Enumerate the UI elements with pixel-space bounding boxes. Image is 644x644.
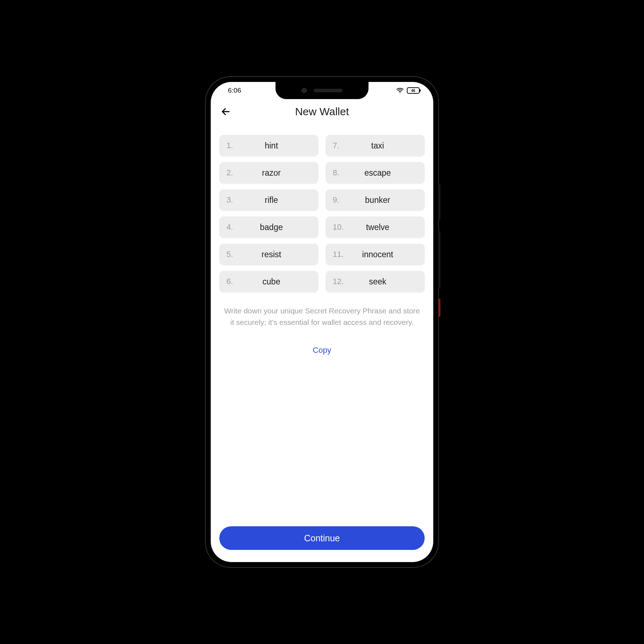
phrase-num: 11. bbox=[333, 250, 348, 259]
phrase-num: 2. bbox=[226, 168, 242, 177]
phrase-item: 7. taxi bbox=[326, 135, 425, 156]
phrase-word: resist bbox=[242, 250, 311, 259]
phrase-item: 10. twelve bbox=[326, 216, 425, 238]
status-right: 46 bbox=[396, 87, 420, 94]
content: 1. hint 7. taxi 2. razor 8. escape 3. bbox=[211, 124, 433, 526]
phrase-word: badge bbox=[242, 223, 311, 232]
phrase-word: cube bbox=[242, 277, 311, 287]
battery-icon: 46 bbox=[407, 87, 420, 94]
phrase-item: 9. bunker bbox=[326, 189, 425, 211]
phrase-item: 1. hint bbox=[219, 135, 318, 156]
screen: 6:06 46 bbox=[211, 82, 433, 562]
phrase-word: bunker bbox=[348, 195, 418, 205]
phrase-word: seek bbox=[348, 277, 418, 287]
phrase-num: 7. bbox=[333, 141, 348, 150]
phrase-num: 10. bbox=[333, 223, 348, 232]
phrase-word: taxi bbox=[348, 141, 418, 151]
phrase-item: 8. escape bbox=[326, 162, 425, 184]
phrase-num: 8. bbox=[333, 168, 348, 177]
phrase-item: 4. badge bbox=[219, 216, 318, 238]
phrase-item: 6. cube bbox=[219, 271, 318, 292]
continue-button[interactable]: Continue bbox=[219, 526, 425, 550]
phone-frame: 6:06 46 bbox=[206, 77, 438, 567]
phrase-num: 3. bbox=[226, 195, 242, 205]
header: New Wallet bbox=[211, 99, 433, 124]
phrase-item: 11. innocent bbox=[326, 244, 425, 265]
phrase-num: 9. bbox=[333, 195, 348, 205]
phrase-word: rifle bbox=[242, 195, 311, 205]
phrase-item: 3. rifle bbox=[219, 189, 318, 211]
battery-level: 46 bbox=[411, 89, 415, 93]
notch bbox=[275, 82, 369, 99]
phrase-word: hint bbox=[242, 141, 311, 151]
wifi-icon bbox=[396, 87, 404, 94]
phrase-word: twelve bbox=[348, 223, 418, 232]
back-arrow-icon bbox=[221, 107, 231, 117]
phrase-num: 12. bbox=[333, 277, 348, 286]
phrase-item: 2. razor bbox=[219, 162, 318, 184]
back-button[interactable] bbox=[219, 105, 232, 118]
instructions-text: Write down your unique Secret Recovery P… bbox=[219, 305, 425, 328]
phrase-word: innocent bbox=[348, 250, 418, 259]
status-time: 6:06 bbox=[228, 87, 241, 94]
phrase-grid: 1. hint 7. taxi 2. razor 8. escape 3. bbox=[219, 135, 425, 292]
phrase-num: 4. bbox=[226, 223, 242, 232]
page-title: New Wallet bbox=[295, 106, 349, 118]
phrase-item: 12. seek bbox=[326, 271, 425, 292]
phrase-item: 5. resist bbox=[219, 244, 318, 265]
phrase-word: escape bbox=[348, 168, 418, 178]
phrase-num: 1. bbox=[226, 141, 242, 150]
copy-button[interactable]: Copy bbox=[219, 346, 425, 355]
phrase-num: 5. bbox=[226, 250, 242, 259]
phrase-word: razor bbox=[242, 168, 311, 178]
svg-point-0 bbox=[400, 92, 400, 93]
phrase-num: 6. bbox=[226, 277, 242, 286]
